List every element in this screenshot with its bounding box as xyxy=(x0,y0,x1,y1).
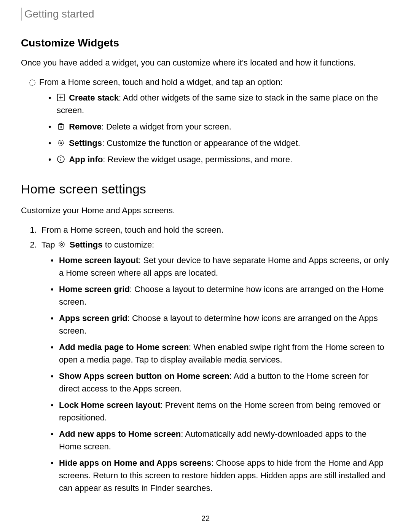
item-label: Show Apps screen button on Home screen xyxy=(59,371,229,381)
svg-point-11 xyxy=(61,157,61,158)
gear-icon xyxy=(57,240,66,249)
item-label: Lock Home screen layout xyxy=(59,400,161,410)
customize-intro: Once you have added a widget, you can cu… xyxy=(21,56,390,69)
plus-box-icon xyxy=(57,93,65,102)
svg-point-8 xyxy=(58,140,64,145)
widget-options-lead: From a Home screen, touch and hold a wid… xyxy=(39,76,390,166)
page-number: 22 xyxy=(21,513,390,524)
list-item: Home screen grid: Choose a layout to det… xyxy=(57,283,390,308)
list-item: Add media page to Home screen: When enab… xyxy=(57,341,390,366)
step-2: Tap Settings to customize: Home screen l… xyxy=(39,238,390,494)
list-item: Apps screen grid: Choose a layout to det… xyxy=(57,312,390,337)
lead-text: From a Home screen, touch and hold a wid… xyxy=(39,77,283,87)
customize-widgets-heading: Customize Widgets xyxy=(21,35,390,51)
list-item: Create stack: Add other widgets of the s… xyxy=(55,91,390,117)
item-label: Hide apps on Home and Apps screens xyxy=(59,458,211,468)
list-item: Hide apps on Home and Apps screens: Choo… xyxy=(57,457,390,494)
item-label: Settings xyxy=(69,138,102,148)
step2-post: to customize: xyxy=(103,240,155,249)
item-label: App info xyxy=(69,155,103,164)
item-label: Home screen grid xyxy=(59,284,130,294)
item-label: Remove xyxy=(69,122,102,131)
section-header: Getting started xyxy=(21,8,390,21)
list-item: App info: Review the widget usage, permi… xyxy=(55,153,390,166)
item-desc: : Customize the function or appearance o… xyxy=(102,138,300,148)
list-item: Lock Home screen layout: Prevent items o… xyxy=(57,399,390,424)
svg-rect-3 xyxy=(59,125,63,129)
svg-rect-5 xyxy=(60,123,62,125)
item-label: Apps screen grid xyxy=(59,313,127,323)
svg-point-14 xyxy=(61,243,62,245)
item-desc: : Review the widget usage, permissions, … xyxy=(103,155,292,164)
item-label: Create stack xyxy=(69,93,119,102)
svg-point-9 xyxy=(60,142,62,144)
list-item: Add new apps to Home screen: Automatical… xyxy=(57,428,390,453)
svg-point-13 xyxy=(59,242,64,247)
list-item: Remove: Delete a widget from your screen… xyxy=(55,120,390,133)
info-icon xyxy=(57,155,65,163)
home-screen-settings-heading: Home screen settings xyxy=(21,179,390,199)
list-item: Settings: Customize the function or appe… xyxy=(55,137,390,149)
list-item: Show Apps screen button on Home screen: … xyxy=(57,370,390,395)
home-intro: Customize your Home and Apps screens. xyxy=(21,204,390,217)
step2-pre: Tap xyxy=(41,240,57,249)
trash-icon xyxy=(57,122,65,131)
step2-label: Settings xyxy=(70,240,103,249)
item-label: Home screen layout xyxy=(59,256,139,265)
list-item: Home screen layout: Set your device to h… xyxy=(57,254,390,279)
item-label: Add media page to Home screen xyxy=(59,342,189,352)
step-1: From a Home screen, touch and hold the s… xyxy=(39,224,390,236)
item-desc: : Delete a widget from your screen. xyxy=(102,122,231,131)
gear-icon xyxy=(57,139,65,147)
item-label: Add new apps to Home screen xyxy=(59,429,181,439)
